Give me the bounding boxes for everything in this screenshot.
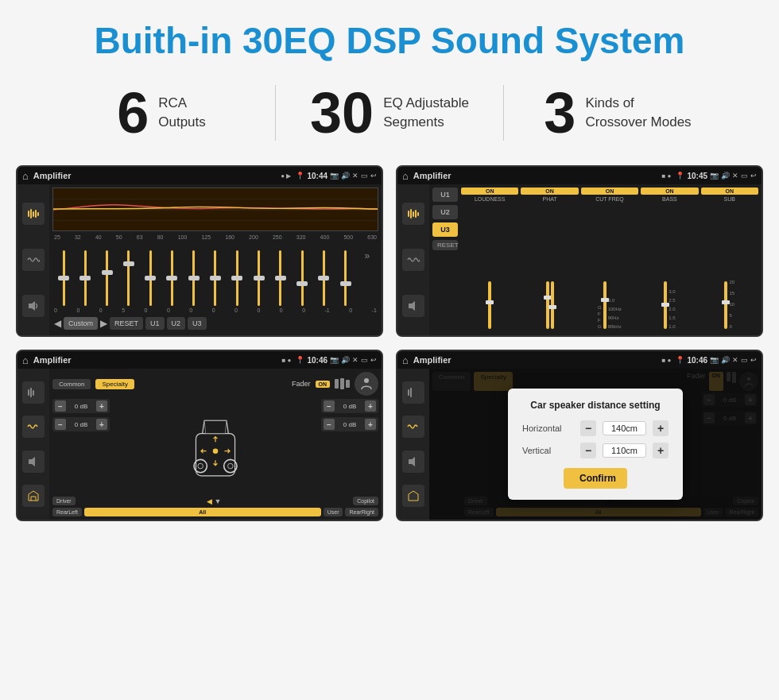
screen4-eq-icon[interactable] xyxy=(402,381,424,404)
eq-slider-1[interactable] xyxy=(54,250,73,306)
eq-slider-11[interactable] xyxy=(271,250,290,306)
eq-slider-9[interactable] xyxy=(227,250,246,306)
eq-slider-4[interactable] xyxy=(119,250,138,306)
screen2-sidebar xyxy=(397,184,429,335)
left-bottom-plus-btn[interactable]: + xyxy=(96,419,107,430)
phat-on-btn[interactable]: ON xyxy=(521,188,578,195)
dialog-horizontal-plus-btn[interactable]: + xyxy=(653,420,669,436)
screen4-status-bar: ⌂ Amplifier ■ ● 📍 10:46 📷 🔊 ✕ ▭ ↩ xyxy=(397,351,762,369)
eq-u2-btn[interactable]: U2 xyxy=(167,317,186,330)
screen1-location-icon: 📍 xyxy=(296,172,304,180)
eq-slider-8[interactable] xyxy=(206,250,225,306)
cutfreq-on-btn[interactable]: ON xyxy=(581,188,638,195)
eq-u3-btn[interactable]: U3 xyxy=(188,317,207,330)
screen3-common-tab[interactable]: Common xyxy=(52,379,91,389)
eq-slider-13[interactable] xyxy=(314,250,333,306)
screen4-home-icon[interactable]: ⌂ xyxy=(402,354,409,366)
screen3-bottom-btns2: RearLeft All User RearRight xyxy=(52,508,378,516)
loudness-on-btn[interactable]: ON xyxy=(461,188,518,195)
eq-slider-expand[interactable]: » xyxy=(358,250,377,306)
screen3: ⌂ Amplifier ■ ● 📍 10:46 📷 🔊 ✕ ▭ ↩ xyxy=(16,350,383,521)
screen3-wave-icon[interactable] xyxy=(22,416,45,438)
screen1-eq-icon[interactable] xyxy=(22,203,45,225)
svg-point-25 xyxy=(228,463,234,469)
sub-on-btn[interactable]: ON xyxy=(701,188,758,195)
screen2-body: U1 U2 U3 RESET ON LOUDNESS xyxy=(397,184,762,335)
right-bottom-minus-btn[interactable]: − xyxy=(324,419,335,430)
screen2-back-icon[interactable]: ↩ xyxy=(750,172,757,180)
right-bottom-db: 0 dB xyxy=(336,421,363,428)
bass-label: BASS xyxy=(662,196,677,202)
right-top-minus-btn[interactable]: − xyxy=(324,400,335,412)
screen3-speaker-icon[interactable] xyxy=(22,451,45,473)
preset-u3-btn[interactable]: U3 xyxy=(432,222,458,237)
svg-rect-0 xyxy=(28,211,29,217)
screen3-home-icon[interactable]: ⌂ xyxy=(22,354,29,366)
screen1-sidebar xyxy=(17,184,49,335)
screen3-eq-icon[interactable] xyxy=(22,381,45,404)
screen1-wave-icon[interactable] xyxy=(22,249,45,271)
screen1-speaker-icon[interactable] xyxy=(22,295,45,317)
screen2-title: Amplifier xyxy=(413,171,657,180)
screen3-back-icon[interactable]: ↩ xyxy=(370,356,377,364)
screen1-back-icon[interactable]: ↩ xyxy=(370,172,377,180)
left-top-plus-btn[interactable]: + xyxy=(96,400,107,412)
eq-slider-3[interactable] xyxy=(98,250,117,306)
screen3-time: 10:46 xyxy=(307,356,327,365)
eq-slider-6[interactable] xyxy=(162,250,181,306)
eq-u1-btn[interactable]: U1 xyxy=(145,317,165,330)
eq-slider-2[interactable] xyxy=(76,250,95,306)
screen2-reset-btn[interactable]: RESET xyxy=(432,240,458,250)
screen3-expand-icon[interactable] xyxy=(22,485,45,507)
loudness-label: LOUDNESS xyxy=(475,196,506,202)
preset-u2-btn[interactable]: U2 xyxy=(432,205,458,219)
svg-marker-15 xyxy=(409,301,415,311)
eq-slider-10[interactable] xyxy=(249,250,268,306)
rearright-btn[interactable]: RearRight xyxy=(345,508,378,516)
car-diagram xyxy=(113,399,318,493)
user-btn[interactable]: User xyxy=(324,508,343,516)
screen4-wave-icon[interactable] xyxy=(402,416,424,438)
screen2-status-bar: ⌂ Amplifier ■ ● 📍 10:45 📷 🔊 ✕ ▭ ↩ xyxy=(397,167,762,184)
fader-on-btn[interactable]: ON xyxy=(316,381,331,388)
screen3-specialty-tab[interactable]: Specialty xyxy=(95,379,134,389)
eq-reset-btn[interactable]: RESET xyxy=(110,317,143,330)
bass-on-btn[interactable]: ON xyxy=(641,188,698,195)
preset-u1-btn[interactable]: U1 xyxy=(432,188,458,202)
rearleft-btn[interactable]: RearLeft xyxy=(52,508,82,516)
car-svg xyxy=(184,411,247,482)
screen4-speaker-icon[interactable] xyxy=(402,451,424,473)
dialog-vertical-plus-btn[interactable]: + xyxy=(653,443,669,458)
eq-slider-12[interactable] xyxy=(293,250,312,306)
screen4-back-icon[interactable]: ↩ xyxy=(750,356,757,364)
copilot-btn[interactable]: Copilot xyxy=(353,497,378,505)
screen1-status-icons: 📍 10:44 📷 🔊 ✕ ▭ ↩ xyxy=(296,172,377,180)
screen1-home-icon[interactable]: ⌂ xyxy=(22,170,29,182)
eq-play-btn[interactable]: ▶ xyxy=(100,318,107,329)
eq-slider-5[interactable] xyxy=(141,250,160,306)
eq-prev-btn[interactable]: ◀ xyxy=(54,318,61,329)
screen2-home-icon[interactable]: ⌂ xyxy=(402,170,409,182)
cutfreq-col: ON CUT FREQ GFFG 3.0100Hz90Hz80kHz xyxy=(581,188,638,332)
dialog-vertical-minus-btn[interactable]: − xyxy=(580,443,596,458)
right-top-plus-btn[interactable]: + xyxy=(365,400,376,412)
dialog-confirm-btn[interactable]: Confirm xyxy=(564,468,627,489)
left-bottom-minus-btn[interactable]: − xyxy=(55,419,66,430)
eq-slider-14[interactable] xyxy=(335,250,355,306)
screen2-eq-icon[interactable] xyxy=(402,203,424,225)
screen2-speaker-icon[interactable] xyxy=(402,295,424,317)
eq-slider-7[interactable] xyxy=(184,250,203,306)
screen3-fader: Common Specialty Fader ON xyxy=(49,369,382,520)
screen2-wave-icon[interactable] xyxy=(402,249,424,271)
dialog-horizontal-minus-btn[interactable]: − xyxy=(580,420,596,436)
fader-person-icon[interactable] xyxy=(355,372,378,396)
all-btn[interactable]: All xyxy=(84,508,321,516)
screen4-expand-icon[interactable] xyxy=(402,485,424,507)
dialog-vertical-row: Vertical − 110cm + xyxy=(522,443,669,458)
eq-custom-btn[interactable]: Custom xyxy=(64,317,98,330)
driver-btn[interactable]: Driver xyxy=(52,497,76,505)
arrow-down-icon[interactable]: ▼ xyxy=(214,497,221,505)
arrow-left-icon[interactable]: ◀ xyxy=(207,497,212,505)
right-bottom-plus-btn[interactable]: + xyxy=(365,419,376,430)
left-top-minus-btn[interactable]: − xyxy=(55,400,66,412)
